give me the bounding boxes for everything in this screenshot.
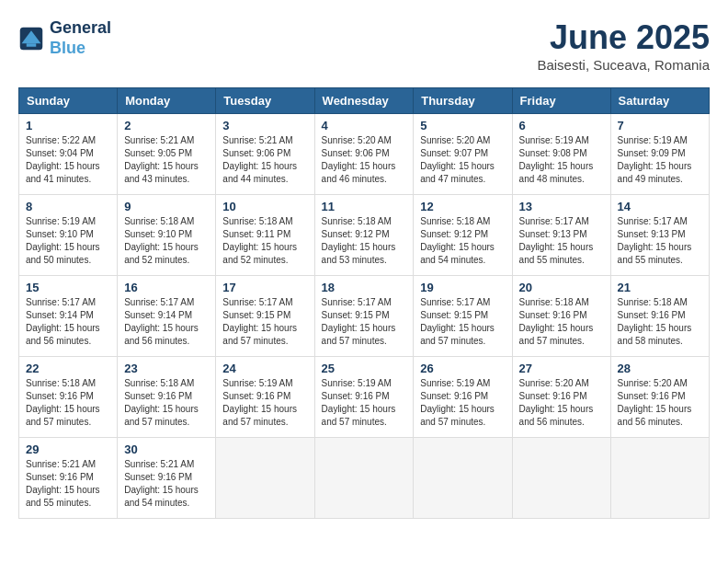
day-info: Sunrise: 5:19 AM Sunset: 9:09 PM Dayligh… xyxy=(618,134,702,186)
day-cell-1: 1Sunrise: 5:22 AM Sunset: 9:04 PM Daylig… xyxy=(19,114,118,195)
day-number: 14 xyxy=(618,200,702,213)
day-number: 29 xyxy=(26,442,110,456)
day-info: Sunrise: 5:19 AM Sunset: 9:16 PM Dayligh… xyxy=(322,377,407,429)
week-row-2: 8Sunrise: 5:19 AM Sunset: 9:10 PM Daylig… xyxy=(19,195,710,276)
day-cell-20: 20Sunrise: 5:18 AM Sunset: 9:16 PM Dayli… xyxy=(512,276,610,357)
week-row-1: 1Sunrise: 5:22 AM Sunset: 9:04 PM Daylig… xyxy=(19,114,710,195)
day-info: Sunrise: 5:17 AM Sunset: 9:14 PM Dayligh… xyxy=(124,296,209,348)
day-info: Sunrise: 5:19 AM Sunset: 9:10 PM Dayligh… xyxy=(26,215,110,267)
day-info: Sunrise: 5:21 AM Sunset: 9:05 PM Dayligh… xyxy=(124,134,209,186)
col-header-wednesday: Wednesday xyxy=(314,88,414,114)
day-number: 11 xyxy=(322,200,407,213)
day-cell-15: 15Sunrise: 5:17 AM Sunset: 9:14 PM Dayli… xyxy=(19,276,118,357)
day-info: Sunrise: 5:19 AM Sunset: 9:16 PM Dayligh… xyxy=(222,377,307,429)
day-info: Sunrise: 5:21 AM Sunset: 9:06 PM Dayligh… xyxy=(222,134,307,186)
day-info: Sunrise: 5:20 AM Sunset: 9:06 PM Dayligh… xyxy=(322,134,407,186)
day-info: Sunrise: 5:20 AM Sunset: 9:07 PM Dayligh… xyxy=(420,134,505,186)
day-number: 24 xyxy=(222,362,307,375)
day-number: 17 xyxy=(222,281,307,294)
day-number: 21 xyxy=(618,281,702,294)
day-cell-25: 25Sunrise: 5:19 AM Sunset: 9:16 PM Dayli… xyxy=(314,357,414,438)
calendar-header-row: SundayMondayTuesdayWednesdayThursdayFrid… xyxy=(19,88,710,114)
title-area: June 2025 Baisesti, Suceava, Romania xyxy=(537,18,710,73)
day-info: Sunrise: 5:18 AM Sunset: 9:12 PM Dayligh… xyxy=(420,215,505,267)
day-info: Sunrise: 5:17 AM Sunset: 9:14 PM Dayligh… xyxy=(26,296,110,348)
day-number: 28 xyxy=(618,362,702,375)
logo-icon xyxy=(18,26,44,52)
logo-text: General Blue xyxy=(50,18,111,58)
day-number: 18 xyxy=(322,281,407,294)
day-info: Sunrise: 5:18 AM Sunset: 9:16 PM Dayligh… xyxy=(618,296,702,348)
day-cell-6: 6Sunrise: 5:19 AM Sunset: 9:08 PM Daylig… xyxy=(512,114,610,195)
empty-cell xyxy=(216,438,314,519)
day-cell-3: 3Sunrise: 5:21 AM Sunset: 9:06 PM Daylig… xyxy=(216,114,314,195)
week-row-4: 22Sunrise: 5:18 AM Sunset: 9:16 PM Dayli… xyxy=(19,357,710,438)
day-cell-22: 22Sunrise: 5:18 AM Sunset: 9:16 PM Dayli… xyxy=(19,357,118,438)
day-number: 27 xyxy=(519,362,604,375)
day-cell-4: 4Sunrise: 5:20 AM Sunset: 9:06 PM Daylig… xyxy=(314,114,414,195)
day-number: 30 xyxy=(124,442,209,456)
day-info: Sunrise: 5:22 AM Sunset: 9:04 PM Dayligh… xyxy=(26,134,110,186)
col-header-friday: Friday xyxy=(512,88,610,114)
svg-rect-2 xyxy=(27,43,37,47)
day-info: Sunrise: 5:19 AM Sunset: 9:08 PM Dayligh… xyxy=(519,134,604,186)
day-info: Sunrise: 5:18 AM Sunset: 9:11 PM Dayligh… xyxy=(222,215,307,267)
day-number: 2 xyxy=(124,119,209,132)
empty-cell xyxy=(314,438,414,519)
day-cell-2: 2Sunrise: 5:21 AM Sunset: 9:05 PM Daylig… xyxy=(118,114,216,195)
col-header-sunday: Sunday xyxy=(19,88,118,114)
day-number: 1 xyxy=(26,119,110,132)
day-number: 20 xyxy=(519,281,604,294)
day-info: Sunrise: 5:21 AM Sunset: 9:16 PM Dayligh… xyxy=(26,458,110,510)
day-number: 19 xyxy=(420,281,505,294)
day-info: Sunrise: 5:18 AM Sunset: 9:10 PM Dayligh… xyxy=(124,215,209,267)
logo: General Blue xyxy=(18,18,111,58)
day-cell-19: 19Sunrise: 5:17 AM Sunset: 9:15 PM Dayli… xyxy=(414,276,512,357)
day-cell-27: 27Sunrise: 5:20 AM Sunset: 9:16 PM Dayli… xyxy=(512,357,610,438)
day-number: 3 xyxy=(222,119,307,132)
empty-cell xyxy=(512,438,610,519)
col-header-thursday: Thursday xyxy=(414,88,512,114)
week-row-5: 29Sunrise: 5:21 AM Sunset: 9:16 PM Dayli… xyxy=(19,438,710,519)
day-number: 26 xyxy=(420,362,505,375)
day-cell-8: 8Sunrise: 5:19 AM Sunset: 9:10 PM Daylig… xyxy=(19,195,118,276)
day-info: Sunrise: 5:21 AM Sunset: 9:16 PM Dayligh… xyxy=(124,458,209,510)
day-info: Sunrise: 5:17 AM Sunset: 9:15 PM Dayligh… xyxy=(322,296,407,348)
month-title: June 2025 xyxy=(537,18,710,57)
day-number: 10 xyxy=(222,200,307,213)
day-cell-7: 7Sunrise: 5:19 AM Sunset: 9:09 PM Daylig… xyxy=(610,114,709,195)
day-cell-18: 18Sunrise: 5:17 AM Sunset: 9:15 PM Dayli… xyxy=(314,276,414,357)
day-cell-16: 16Sunrise: 5:17 AM Sunset: 9:14 PM Dayli… xyxy=(118,276,216,357)
week-row-3: 15Sunrise: 5:17 AM Sunset: 9:14 PM Dayli… xyxy=(19,276,710,357)
day-info: Sunrise: 5:18 AM Sunset: 9:16 PM Dayligh… xyxy=(124,377,209,429)
day-number: 13 xyxy=(519,200,604,213)
day-info: Sunrise: 5:18 AM Sunset: 9:12 PM Dayligh… xyxy=(322,215,407,267)
day-number: 15 xyxy=(26,281,110,294)
day-cell-11: 11Sunrise: 5:18 AM Sunset: 9:12 PM Dayli… xyxy=(314,195,414,276)
day-info: Sunrise: 5:19 AM Sunset: 9:16 PM Dayligh… xyxy=(420,377,505,429)
day-cell-30: 30Sunrise: 5:21 AM Sunset: 9:16 PM Dayli… xyxy=(118,438,216,519)
day-info: Sunrise: 5:20 AM Sunset: 9:16 PM Dayligh… xyxy=(519,377,604,429)
col-header-saturday: Saturday xyxy=(610,88,709,114)
day-cell-5: 5Sunrise: 5:20 AM Sunset: 9:07 PM Daylig… xyxy=(414,114,512,195)
day-number: 16 xyxy=(124,281,209,294)
day-cell-9: 9Sunrise: 5:18 AM Sunset: 9:10 PM Daylig… xyxy=(118,195,216,276)
day-cell-21: 21Sunrise: 5:18 AM Sunset: 9:16 PM Dayli… xyxy=(610,276,709,357)
empty-cell xyxy=(414,438,512,519)
day-info: Sunrise: 5:17 AM Sunset: 9:13 PM Dayligh… xyxy=(618,215,702,267)
calendar: SundayMondayTuesdayWednesdayThursdayFrid… xyxy=(18,87,710,519)
day-info: Sunrise: 5:18 AM Sunset: 9:16 PM Dayligh… xyxy=(519,296,604,348)
day-number: 12 xyxy=(420,200,505,213)
day-info: Sunrise: 5:18 AM Sunset: 9:16 PM Dayligh… xyxy=(26,377,110,429)
day-cell-10: 10Sunrise: 5:18 AM Sunset: 9:11 PM Dayli… xyxy=(216,195,314,276)
day-cell-29: 29Sunrise: 5:21 AM Sunset: 9:16 PM Dayli… xyxy=(19,438,118,519)
empty-cell xyxy=(610,438,709,519)
day-number: 7 xyxy=(618,119,702,132)
day-cell-26: 26Sunrise: 5:19 AM Sunset: 9:16 PM Dayli… xyxy=(414,357,512,438)
day-number: 22 xyxy=(26,362,110,375)
day-number: 23 xyxy=(124,362,209,375)
day-cell-14: 14Sunrise: 5:17 AM Sunset: 9:13 PM Dayli… xyxy=(610,195,709,276)
location: Baisesti, Suceava, Romania xyxy=(537,57,710,73)
col-header-tuesday: Tuesday xyxy=(216,88,314,114)
day-cell-23: 23Sunrise: 5:18 AM Sunset: 9:16 PM Dayli… xyxy=(118,357,216,438)
